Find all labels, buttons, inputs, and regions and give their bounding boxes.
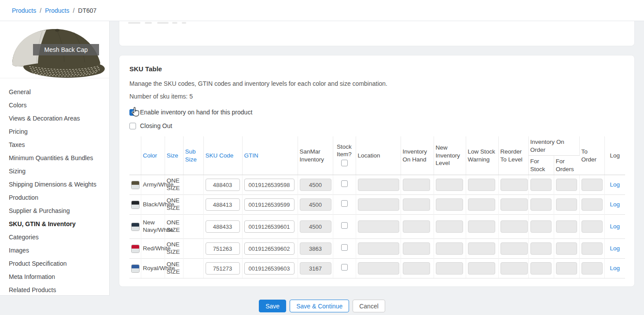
log-link[interactable]: Log bbox=[610, 223, 620, 230]
enable-inventory-checkbox[interactable] bbox=[129, 109, 136, 116]
gtin-input[interactable] bbox=[244, 262, 294, 275]
low-stock-warning-input bbox=[468, 262, 495, 275]
size-value: ONE SIZE bbox=[165, 215, 183, 239]
cutoff-content-fragment bbox=[157, 22, 169, 24]
column-header-for-orders: For Orders bbox=[554, 156, 579, 175]
closing-out-row: Closing Out bbox=[129, 122, 624, 129]
sidebar-item-minimum-quantities-bundles[interactable]: Minimum Quantities & Bundles bbox=[0, 151, 109, 165]
stock-item-checkbox[interactable] bbox=[341, 244, 348, 251]
column-header-color[interactable]: Color bbox=[141, 136, 165, 175]
gtin-input[interactable] bbox=[244, 198, 294, 211]
color-swatch bbox=[131, 264, 140, 273]
sidebar-nav: General Colors Views & Decoration Areas … bbox=[0, 78, 109, 297]
cancel-button[interactable]: Cancel bbox=[353, 300, 385, 312]
location-input bbox=[358, 220, 399, 233]
save-continue-button[interactable]: Save & Continue bbox=[290, 300, 349, 312]
gtin-input[interactable] bbox=[244, 220, 294, 233]
section-title: SKU Table bbox=[129, 65, 624, 73]
location-input bbox=[358, 198, 399, 211]
for-stock-input bbox=[530, 198, 552, 211]
sidebar-item-general[interactable]: General bbox=[0, 85, 109, 99]
sidebar-item-production[interactable]: Production bbox=[0, 191, 109, 204]
closing-out-checkbox[interactable] bbox=[129, 123, 136, 129]
sidebar-item-sizing[interactable]: Sizing bbox=[0, 165, 109, 178]
inventory-on-hand-input bbox=[403, 198, 430, 211]
column-header-size[interactable]: Size bbox=[165, 136, 183, 175]
gtin-input[interactable] bbox=[244, 242, 294, 255]
sidebar-item-taxes[interactable]: Taxes bbox=[0, 138, 109, 151]
for-stock-input bbox=[530, 262, 552, 275]
new-inventory-level-input bbox=[436, 242, 463, 255]
stock-item-checkbox[interactable] bbox=[341, 200, 348, 207]
reorder-to-level-input bbox=[500, 220, 528, 233]
gtin-input[interactable] bbox=[244, 179, 294, 191]
cutoff-content-fragment bbox=[128, 22, 140, 24]
breadcrumb-separator: / bbox=[40, 7, 41, 14]
sidebar-item-sku-gtin-inventory[interactable]: SKU, GTIN & Inventory bbox=[0, 217, 109, 231]
location-input bbox=[358, 262, 399, 275]
sku-card: SKU Table Manage the SKU codes, GTIN cod… bbox=[119, 55, 635, 287]
log-link[interactable]: Log bbox=[610, 201, 620, 208]
low-stock-warning-input bbox=[468, 220, 495, 233]
sidebar-item-colors[interactable]: Colors bbox=[0, 99, 109, 112]
new-inventory-level-input bbox=[436, 179, 463, 191]
stock-item-checkbox[interactable] bbox=[341, 180, 348, 187]
sidebar-item-product-specification[interactable]: Product Specification bbox=[0, 257, 109, 270]
log-link[interactable]: Log bbox=[610, 245, 620, 252]
color-name: Black/White bbox=[141, 195, 165, 215]
to-order-input bbox=[581, 220, 603, 233]
column-header-reorder-to-level: Reorder To Level bbox=[498, 136, 528, 175]
sidebar-item-images[interactable]: Images bbox=[0, 244, 109, 257]
product-image-caption: Mesh Back Cap bbox=[33, 44, 99, 55]
sanmar-inventory-input bbox=[300, 179, 331, 191]
inventory-on-hand-input bbox=[403, 220, 430, 233]
column-header-sub-size[interactable]: Sub Size bbox=[183, 136, 203, 175]
save-button[interactable]: Save bbox=[259, 300, 286, 312]
sidebar-item-related-products[interactable]: Related Products bbox=[0, 283, 109, 297]
sidebar-item-views-decoration-areas[interactable]: Views & Decoration Areas bbox=[0, 112, 109, 125]
cutoff-card bbox=[119, 21, 635, 46]
color-name: Red/White bbox=[141, 239, 165, 259]
sku-code-input[interactable] bbox=[206, 242, 240, 255]
sku-code-input[interactable] bbox=[206, 198, 240, 211]
reorder-to-level-input bbox=[500, 179, 528, 191]
sub-size-value bbox=[183, 215, 203, 239]
new-inventory-level-input bbox=[436, 262, 463, 275]
reorder-to-level-input bbox=[500, 242, 528, 255]
stock-item-checkbox[interactable] bbox=[341, 264, 348, 271]
product-thumbnail: Mesh Back Cap bbox=[0, 21, 109, 78]
low-stock-warning-input bbox=[468, 179, 495, 191]
sidebar-item-supplier-purchasing[interactable]: Supplier & Purchasing bbox=[0, 204, 109, 217]
sidebar-item-categories[interactable]: Categories bbox=[0, 231, 109, 244]
section-description: Manage the SKU codes, GTIN codes and inv… bbox=[129, 80, 624, 87]
sidebar-item-pricing[interactable]: Pricing bbox=[0, 125, 109, 138]
column-header-gtin[interactable]: GTIN bbox=[242, 136, 298, 175]
sku-code-input[interactable] bbox=[206, 262, 240, 275]
sanmar-inventory-input bbox=[300, 242, 331, 255]
footer-actions: Save Save & Continue Cancel bbox=[0, 300, 644, 312]
cutoff-content-fragment bbox=[172, 22, 177, 24]
breadcrumb-link-products-1[interactable]: Products bbox=[12, 7, 36, 14]
stock-item-header-checkbox[interactable] bbox=[341, 160, 348, 166]
sku-code-input[interactable] bbox=[206, 220, 240, 233]
sku-code-input[interactable] bbox=[206, 179, 240, 191]
location-input bbox=[358, 179, 399, 191]
to-order-input bbox=[581, 262, 603, 275]
sidebar-item-meta-information[interactable]: Meta Information bbox=[0, 270, 109, 283]
column-header-log: Log bbox=[604, 136, 625, 175]
column-header-sku-code[interactable]: SKU Code bbox=[203, 136, 242, 175]
to-order-input bbox=[581, 198, 603, 211]
enable-inventory-label: Enable inventory on hand for this produc… bbox=[140, 109, 252, 116]
sub-size-value bbox=[183, 175, 203, 195]
for-orders-input bbox=[556, 198, 577, 211]
log-link[interactable]: Log bbox=[610, 181, 620, 188]
column-header-new-inventory-level: New Inventory Level bbox=[434, 136, 466, 175]
sidebar-item-shipping-dimensions-weights[interactable]: Shipping Dimensions & Weights bbox=[0, 178, 109, 191]
reorder-to-level-input bbox=[500, 198, 528, 211]
inventory-on-hand-input bbox=[403, 262, 430, 275]
sub-size-value bbox=[183, 259, 203, 278]
log-link[interactable]: Log bbox=[610, 265, 620, 271]
breadcrumb-link-products-2[interactable]: Products bbox=[45, 7, 69, 14]
table-row: Army/White ONE SIZE Log bbox=[129, 175, 625, 195]
stock-item-checkbox[interactable] bbox=[341, 222, 348, 229]
